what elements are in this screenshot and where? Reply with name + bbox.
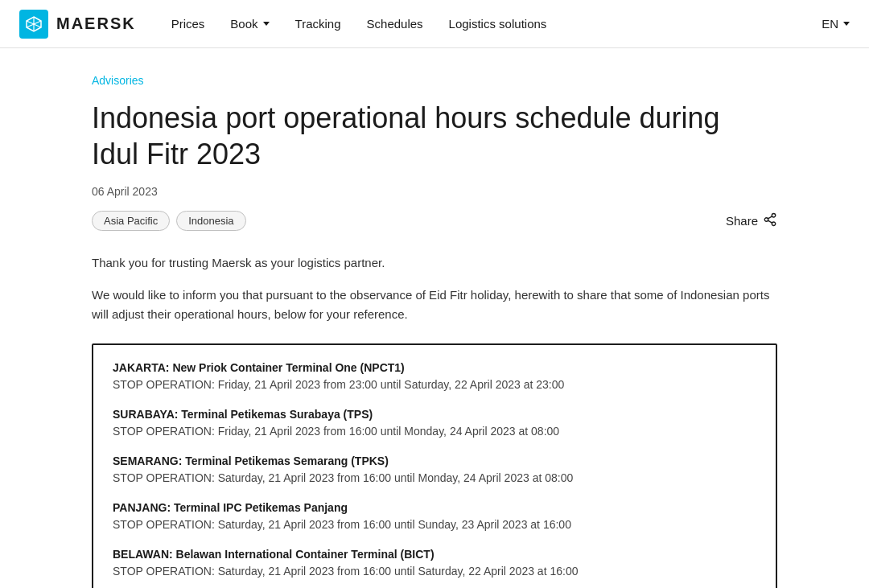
port-name-belawan: BELAWAN: Belawan International Container… — [113, 548, 756, 561]
publish-date: 06 April 2023 — [92, 185, 777, 198]
tag-asia-pacific[interactable]: Asia Pacific — [92, 211, 170, 231]
port-schedule-belawan: STOP OPERATION: Saturday, 21 April 2023 … — [113, 563, 756, 580]
nav-links: Prices Book Tracking Schedules Logistics… — [162, 10, 822, 37]
port-info-box: JAKARTA: New Priok Container Terminal On… — [92, 343, 777, 588]
logo-icon — [19, 10, 48, 39]
intro-text-1: Thank you for trusting Maersk as your lo… — [92, 253, 777, 273]
logo-text: MAERSK — [56, 14, 136, 33]
main-content: Advisories Indonesia port operational ho… — [72, 48, 797, 588]
book-chevron-icon — [263, 22, 270, 26]
port-entry-panjang: PANJANG: Terminal IPC Petikemas Panjang … — [113, 501, 756, 533]
port-entry-semarang: SEMARANG: Terminal Petikemas Semarang (T… — [113, 454, 756, 487]
svg-line-3 — [768, 220, 772, 223]
port-schedule-panjang: STOP OPERATION: Saturday, 21 April 2023 … — [113, 516, 756, 533]
logo[interactable]: MAERSK — [19, 10, 136, 39]
port-entry-belawan: BELAWAN: Belawan International Container… — [113, 548, 756, 580]
port-name-jakarta: JAKARTA: New Priok Container Terminal On… — [113, 361, 756, 374]
nav-book[interactable]: Book — [220, 10, 278, 37]
nav-logistics[interactable]: Logistics solutions — [439, 10, 557, 37]
main-nav: MAERSK Prices Book Tracking Schedules Lo… — [0, 0, 869, 48]
intro-text-2: We would like to inform you that pursuan… — [92, 286, 777, 324]
page-title: Indonesia port operational hours schedul… — [92, 100, 752, 172]
nav-schedules[interactable]: Schedules — [357, 10, 433, 37]
port-name-surabaya: SURABAYA: Terminal Petikemas Surabaya (T… — [113, 408, 756, 421]
port-schedule-semarang: STOP OPERATION: Saturday, 21 April 2023 … — [113, 470, 756, 487]
nav-prices[interactable]: Prices — [162, 10, 215, 37]
share-label: Share — [726, 214, 758, 228]
port-name-panjang: PANJANG: Terminal IPC Petikemas Panjang — [113, 501, 756, 514]
tags-container: Asia Pacific Indonesia — [92, 211, 246, 231]
language-selector[interactable]: EN — [822, 17, 850, 31]
svg-line-4 — [768, 216, 772, 218]
language-chevron-icon — [843, 22, 850, 26]
port-entry-jakarta: JAKARTA: New Priok Container Terminal On… — [113, 361, 756, 393]
port-schedule-jakarta: STOP OPERATION: Friday, 21 April 2023 fr… — [113, 376, 756, 393]
port-entry-surabaya: SURABAYA: Terminal Petikemas Surabaya (T… — [113, 408, 756, 440]
port-schedule-surabaya: STOP OPERATION: Friday, 21 April 2023 fr… — [113, 423, 756, 440]
tags-share-row: Asia Pacific Indonesia Share — [92, 211, 777, 231]
port-name-semarang: SEMARANG: Terminal Petikemas Semarang (T… — [113, 454, 756, 467]
nav-tracking[interactable]: Tracking — [286, 10, 351, 37]
share-button[interactable]: Share — [726, 212, 777, 230]
share-icon — [763, 212, 777, 230]
breadcrumb[interactable]: Advisories — [92, 74, 777, 87]
tag-indonesia[interactable]: Indonesia — [176, 211, 245, 231]
